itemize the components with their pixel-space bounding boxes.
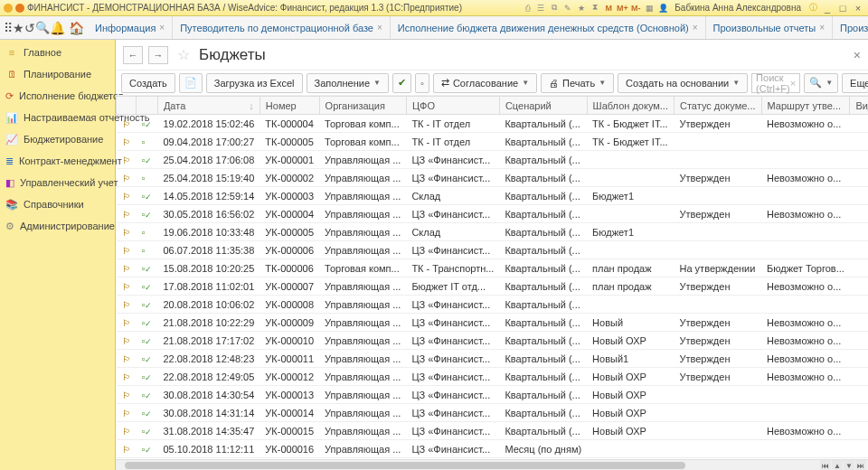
tab-Информация[interactable]: Информация× (88, 16, 173, 39)
col-flag[interactable] (117, 97, 137, 115)
ti-m3[interactable]: M- (630, 3, 641, 14)
win-max[interactable]: □ (836, 3, 849, 14)
create-button[interactable]: Создать (121, 73, 175, 93)
info-icon[interactable]: ⓘ (807, 3, 818, 14)
sidebar-item[interactable]: 📊Настраиваемая отчетность (0, 107, 115, 128)
create-from-button[interactable]: Создать на основании▼ (618, 73, 748, 93)
table-row[interactable]: 🏳▫✓19.02.2018 15:02:46ТК-000004Торговая … (117, 115, 869, 133)
ti-1[interactable]: ⎙ (522, 3, 533, 14)
grid[interactable]: Дата ↓НомерОрганизацияЦФОСценарийШаблон … (116, 96, 868, 459)
col-header[interactable]: Сценарий (499, 97, 587, 115)
page-close-icon[interactable]: × (854, 48, 861, 62)
scroll-thumb[interactable] (125, 462, 685, 469)
col-header[interactable]: Статус докуме... (675, 97, 762, 115)
table-row[interactable]: 🏳▫✓25.04.2018 17:06:08УК-000001Управляющ… (117, 151, 869, 169)
tab-close-icon[interactable]: × (819, 23, 825, 33)
ti-m1[interactable]: M (603, 3, 614, 14)
col-header[interactable]: Номер (259, 97, 319, 115)
sidebar-item[interactable]: 🗓Планирование (0, 63, 115, 85)
sidebar-item[interactable]: ⚙Администрирование (0, 215, 115, 237)
search-input[interactable]: Поиск (Ctrl+F)× (751, 73, 800, 93)
sidebar-item[interactable]: ≡Главное (0, 42, 115, 63)
tab-close-icon[interactable]: × (159, 23, 165, 33)
col-header[interactable]: Шаблон докум... (587, 97, 674, 115)
ti-5[interactable]: ★ (576, 3, 587, 14)
bell-icon[interactable]: 🔔 (50, 18, 65, 38)
search-icon[interactable]: 🔍 (35, 18, 50, 38)
sidebar-item[interactable]: ⟳Исполнение бюджетов (0, 85, 115, 107)
doc-icon: ▫✓ (142, 335, 153, 346)
tab-Путеводитель[interactable]: Путеводитель по демонстрационной базе× (173, 16, 391, 39)
ti-4[interactable]: ✎ (562, 3, 573, 14)
table-row[interactable]: 🏳▫19.06.2018 10:33:48УК-000005Управляюща… (117, 223, 869, 241)
flag-icon: 🏳 (122, 174, 131, 183)
sidebar-item[interactable]: 📈Бюджетирование (0, 128, 115, 150)
find-button[interactable]: 🔍▼ (804, 73, 838, 93)
table-row[interactable]: 🏳▫✓20.08.2018 10:06:02УК-000008Управляющ… (117, 296, 869, 314)
horizontal-scrollbar[interactable]: ⏮ ▲ ▼ ⏭ (116, 459, 868, 470)
table-row[interactable]: 🏳▫✓30.08.2018 14:30:54УК-000013Управляющ… (117, 386, 869, 404)
favorite-icon[interactable]: ☆ (177, 46, 190, 63)
col-header[interactable]: Дата ↓ (157, 97, 259, 115)
col-post[interactable] (137, 97, 158, 115)
table-row[interactable]: 🏳▫✓21.08.2018 10:22:29УК-000009Управляющ… (117, 314, 869, 332)
apps-icon[interactable]: ⠿ (4, 18, 13, 38)
col-header[interactable]: ЦФО (406, 97, 499, 115)
scroll-prev[interactable]: ▲ (832, 460, 843, 470)
app-icon-1 (4, 4, 13, 13)
scroll-first[interactable]: ⏮ (820, 460, 831, 470)
sidebar-item[interactable]: ◧Управленческий учет (0, 172, 115, 193)
table-row[interactable]: 🏳▫09.04.2018 17:00:27ТК-000005Торговая к… (117, 133, 869, 151)
home-icon[interactable]: 🏠 (69, 18, 84, 38)
load-excel-button[interactable]: Загрузка из Excel (206, 73, 303, 93)
table-row[interactable]: 🏳▫✓22.08.2018 12:48:23УК-000011Управляющ… (117, 350, 869, 368)
table-row[interactable]: 🏳▫✓17.08.2018 11:02:01УК-000007Управляющ… (117, 277, 869, 296)
flag-icon: 🏳 (122, 300, 131, 310)
col-header[interactable]: Организация (319, 97, 406, 115)
post-button[interactable]: ✔ (392, 73, 411, 93)
user-name[interactable]: Бабкина Анна Александровна (675, 3, 801, 13)
ti-3[interactable]: ⧉ (549, 3, 560, 14)
table-row[interactable]: 🏳▫25.04.2018 15:19:40УК-000002Управляюща… (117, 169, 869, 187)
nav-fwd[interactable]: → (148, 46, 168, 64)
scroll-last[interactable]: ⏭ (855, 460, 866, 470)
col-header[interactable]: Виды (850, 97, 868, 115)
ti-6[interactable]: ⧗ (590, 3, 600, 14)
table-row[interactable]: 🏳▫✓05.10.2018 11:12:11УК-000016Управляющ… (117, 440, 869, 458)
tab-close-icon[interactable]: × (693, 23, 698, 33)
window-title: ФИНАНСИСТ - ДЕМОНСТРАЦИОННАЯ БАЗА / Wise… (27, 3, 522, 13)
tab-Произвольные[interactable]: Произвольные отчеты× (706, 16, 833, 39)
history-icon[interactable]: ↺ (24, 18, 35, 38)
doc-icon: ▫ (142, 245, 146, 256)
flag-icon: 🏳 (122, 409, 131, 418)
page-title: Бюджеты (199, 46, 266, 64)
tab-close-icon[interactable]: × (377, 23, 382, 33)
tab-Произвольный[interactable]: Произвольный отчет× (833, 16, 868, 39)
table-row[interactable]: 🏳▫✓30.05.2018 16:56:02УК-000004Управляющ… (117, 205, 869, 223)
ti-m2[interactable]: M+ (617, 3, 627, 14)
table-row[interactable]: 🏳▫✓31.08.2018 14:35:47УК-000015Управляющ… (117, 422, 869, 440)
table-row[interactable]: 🏳▫✓21.08.2018 17:17:02УК-000010Управляющ… (117, 332, 869, 350)
col-header[interactable]: Маршрут утве... (761, 97, 850, 115)
star-icon[interactable]: ★ (13, 18, 24, 38)
table-row[interactable]: 🏳▫✓22.08.2018 12:49:05УК-000012Управляющ… (117, 368, 869, 386)
win-close[interactable]: × (852, 3, 864, 14)
table-row[interactable]: 🏳▫✓14.05.2018 12:59:14УК-000003Управляющ… (117, 187, 869, 205)
approval-button[interactable]: ⇄ Согласование▼ (433, 73, 537, 93)
win-min[interactable]: _ (821, 3, 834, 14)
fill-button[interactable]: Заполнение▼ (307, 73, 389, 93)
ti-2[interactable]: ☰ (535, 3, 546, 14)
unpost-button[interactable]: ◦ (415, 73, 429, 93)
sidebar-item[interactable]: 📚Справочники (0, 193, 115, 215)
sidebar-item[interactable]: ≣Контракт-менеджмент (0, 150, 115, 172)
copy-button[interactable]: 📄 (179, 73, 203, 93)
nav-back[interactable]: ← (123, 46, 143, 64)
table-row[interactable]: 🏳▫06.07.2018 11:35:38УК-000006Управляюща… (117, 241, 869, 259)
ti-calc[interactable]: ▦ (644, 3, 655, 14)
tab-Исполнение б[interactable]: Исполнение бюджета движения денежных сре… (391, 16, 706, 39)
table-row[interactable]: 🏳▫✓30.08.2018 14:31:14УК-000014Управляющ… (117, 404, 869, 422)
table-row[interactable]: 🏳▫✓15.08.2018 10:20:25ТК-000006Торговая … (117, 259, 869, 277)
more-button[interactable]: Еще▼ (842, 73, 868, 93)
scroll-next[interactable]: ▼ (844, 460, 854, 470)
print-button[interactable]: 🖨 Печать▼ (541, 73, 614, 93)
